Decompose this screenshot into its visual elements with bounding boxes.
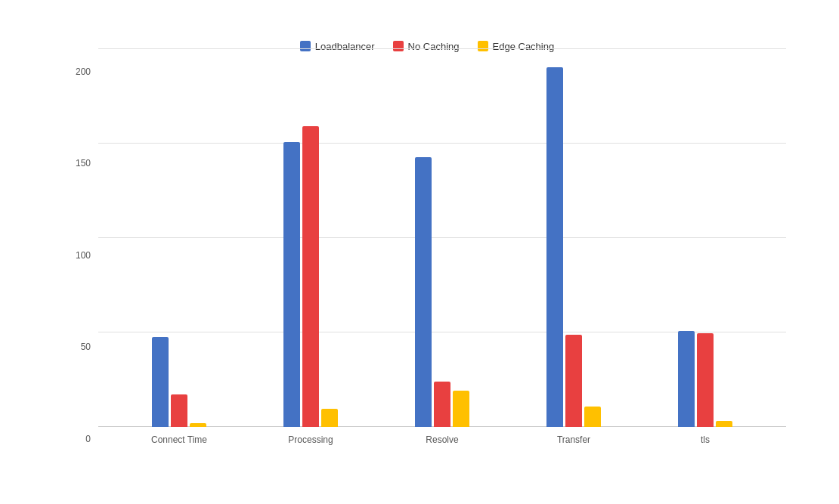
legend-item: Loadbalancer [300, 41, 375, 52]
x-axis-label: Processing [280, 434, 341, 445]
bar-group [415, 157, 469, 427]
legend-label: Loadbalancer [315, 41, 375, 52]
bar [152, 337, 169, 427]
grid-and-bars: Connect TimeProcessingResolveTransfertls [98, 67, 786, 445]
bars-row [678, 331, 732, 426]
x-axis-label: Transfer [543, 434, 604, 445]
bar-group [152, 337, 206, 427]
bar [434, 382, 450, 427]
y-axis-label: 0 [68, 434, 91, 444]
grid-line [98, 48, 786, 49]
bar-group [283, 126, 338, 426]
bar [678, 331, 695, 426]
x-labels: Connect TimeProcessingResolveTransfertls [98, 434, 786, 445]
bar [302, 126, 319, 426]
legend-swatch [393, 41, 404, 51]
legend-item: No Caching [393, 41, 460, 52]
bar [190, 423, 206, 427]
x-axis-label: Connect Time [149, 434, 209, 445]
x-axis-label: Resolve [412, 434, 472, 445]
bar [697, 333, 714, 427]
legend-label: No Caching [408, 41, 460, 52]
y-axis-label: 100 [68, 251, 91, 260]
bar [321, 409, 338, 427]
bar [415, 157, 432, 427]
bars-row [152, 337, 206, 427]
chart-container: LoadbalancerNo CachingEdge Caching 05010… [23, 18, 816, 487]
bar [453, 391, 469, 427]
bars-row [415, 157, 469, 427]
legend-label: Edge Caching [493, 41, 555, 52]
x-axis-label: tls [675, 434, 735, 445]
bar [716, 421, 732, 426]
bar [565, 335, 582, 426]
bar [171, 394, 187, 427]
bar [283, 142, 300, 426]
bar [546, 67, 563, 427]
y-axis-label: 50 [68, 342, 91, 351]
legend-swatch [478, 41, 488, 51]
bars-area [98, 67, 786, 427]
bar-group [678, 331, 732, 426]
chart-area: 050100150200 Connect TimeProcessingResol… [68, 67, 786, 445]
chart-legend: LoadbalancerNo CachingEdge Caching [68, 41, 786, 52]
bars-row [283, 126, 338, 426]
bar [584, 407, 601, 426]
legend-item: Edge Caching [478, 41, 555, 52]
y-axis-label: 150 [68, 159, 91, 168]
y-axis: 050100150200 [68, 67, 91, 445]
bars-row [546, 67, 601, 427]
legend-swatch [300, 41, 311, 51]
bar-group [546, 67, 601, 427]
y-axis-label: 200 [68, 67, 91, 76]
